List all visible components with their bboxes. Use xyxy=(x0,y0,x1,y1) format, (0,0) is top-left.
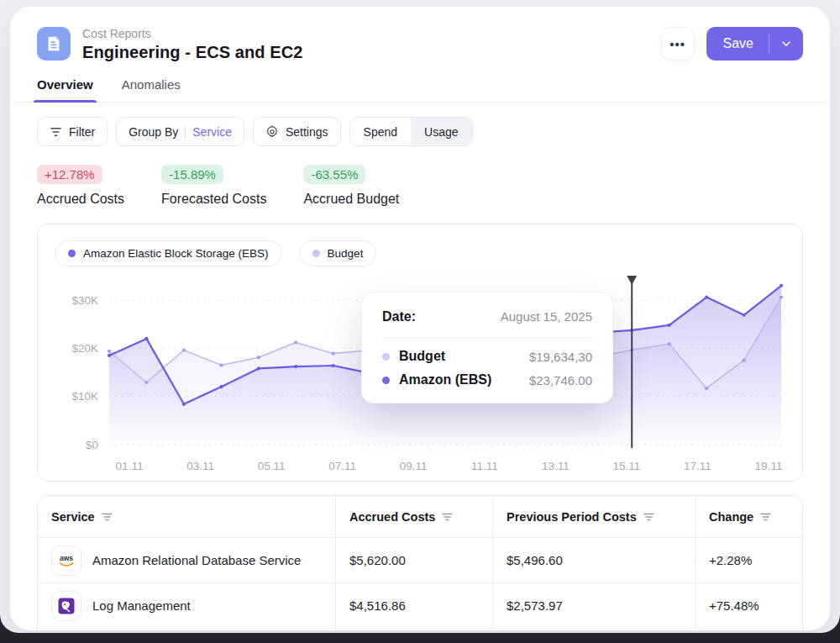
tooltip-series-name: Amazon (EBS) xyxy=(399,372,520,387)
chart-tooltip: Date: August 15, 2025 Budget $19,634,30 … xyxy=(361,292,613,403)
svg-text:01.11: 01.11 xyxy=(116,460,144,472)
segment-usage[interactable]: Usage xyxy=(411,118,471,145)
column-header-service[interactable]: Service xyxy=(38,496,335,537)
table-row[interactable]: Log Management $4,516.86 $2,573.97 +75.4… xyxy=(38,583,802,629)
previous-cost-cell: $5,496.60 xyxy=(492,538,695,582)
filter-button-label: Filter xyxy=(69,125,95,139)
save-button-label: Save xyxy=(706,36,769,51)
page-title: Engineering - ECS and EC2 xyxy=(82,43,661,62)
svg-text:17.11: 17.11 xyxy=(684,460,711,472)
kpi-change-badge: -63.55% xyxy=(303,165,365,184)
header: Cost Reports Engineering - ECS and EC2 •… xyxy=(10,7,830,62)
chevron-down-icon xyxy=(780,38,792,50)
kpi-accrued-budget: -63.55% Accrued Budget xyxy=(303,165,399,207)
save-button[interactable]: Save xyxy=(706,27,803,61)
svg-text:05.11: 05.11 xyxy=(258,460,286,472)
group-by-button[interactable]: Group By Service xyxy=(116,117,244,146)
tooltip-dot-ebs xyxy=(382,377,390,384)
previous-cost-cell: $2,573.97 xyxy=(492,583,695,628)
group-by-value: Service xyxy=(192,125,232,139)
tooltip-dot-budget xyxy=(382,353,390,361)
tab-bar: Overview Anomalies xyxy=(10,62,830,103)
segment-spend[interactable]: Spend xyxy=(350,118,411,145)
kpi-change-badge: +12.78% xyxy=(37,165,102,184)
log-management-icon xyxy=(51,591,81,621)
legend-item-ebs[interactable]: Amazon Elastic Block Storage (EBS) xyxy=(55,240,282,266)
tooltip-series-value: $23,746.00 xyxy=(529,373,592,387)
tooltip-date-value: August 15, 2025 xyxy=(501,309,592,324)
tooltip-series-name: Budget xyxy=(399,349,520,364)
kpi-row: +12.78% Accrued Costs -15.89% Forecasted… xyxy=(10,146,830,207)
legend-dot-budget xyxy=(312,250,320,257)
svg-text:15.11: 15.11 xyxy=(612,460,640,472)
legend-label: Budget xyxy=(328,247,364,260)
svg-text:$20K: $20K xyxy=(71,342,98,355)
sort-icon xyxy=(760,513,771,521)
filter-icon xyxy=(50,126,62,138)
kpi-label: Forecasted Costs xyxy=(161,192,266,207)
column-header-accrued-costs[interactable]: Accrued Costs xyxy=(335,496,492,537)
svg-text:$0: $0 xyxy=(86,439,98,451)
column-header-change[interactable]: Change xyxy=(695,496,802,537)
aws-icon: aws xyxy=(51,545,81,576)
service-name: Amazon Relational Database Service xyxy=(92,553,301,567)
column-header-previous-period[interactable]: Previous Period Costs xyxy=(492,496,695,537)
legend-dot-ebs xyxy=(68,250,76,257)
sort-icon xyxy=(643,513,654,521)
service-name: Log Management xyxy=(92,598,191,613)
svg-text:09.11: 09.11 xyxy=(400,460,428,472)
spend-usage-toggle: Spend Usage xyxy=(349,117,473,146)
gear-icon xyxy=(265,125,279,139)
tooltip-row-ebs: Amazon (EBS) $23,746.00 xyxy=(382,372,592,387)
table-row[interactable]: aws Amazon Relational Database Service $… xyxy=(38,538,802,583)
previous-cost-cell xyxy=(492,629,695,630)
settings-button[interactable]: Settings xyxy=(253,117,341,146)
svg-text:19.11: 19.11 xyxy=(755,460,783,472)
sort-icon xyxy=(102,513,113,521)
svg-text:$30K: $30K xyxy=(71,294,98,307)
report-document-icon xyxy=(37,27,71,61)
column-header-label: Service xyxy=(51,510,95,524)
tooltip-date-label: Date: xyxy=(382,309,416,324)
report-category-label: Cost Reports xyxy=(82,27,661,40)
chart-card: Amazon Elastic Block Storage (EBS) Budge… xyxy=(37,224,803,482)
kpi-change-badge: -15.89% xyxy=(161,165,223,184)
column-header-label: Previous Period Costs xyxy=(507,510,637,524)
svg-text:07.11: 07.11 xyxy=(328,460,356,472)
accrued-cost-cell: $5,620.00 xyxy=(335,538,492,582)
svg-text:13.11: 13.11 xyxy=(542,460,570,472)
chart-legend: Amazon Elastic Block Storage (EBS) Budge… xyxy=(55,240,785,266)
tooltip-divider xyxy=(382,337,592,338)
services-table: Service Accrued Costs Previous Period Co… xyxy=(37,495,803,630)
svg-text:03.11: 03.11 xyxy=(186,460,214,472)
tab-anomalies[interactable]: Anomalies xyxy=(122,77,181,102)
svg-text:11.11: 11.11 xyxy=(471,460,498,472)
service-cell xyxy=(38,629,335,630)
service-cell: aws Amazon Relational Database Service xyxy=(38,538,335,582)
table-row-partial[interactable] xyxy=(38,629,802,630)
svg-text:aws: aws xyxy=(60,554,73,562)
accrued-cost-cell xyxy=(335,629,492,630)
tooltip-row-budget: Budget $19,634,30 xyxy=(382,349,592,364)
toolbar: Filter Group By Service Settings Spend U… xyxy=(10,103,830,146)
svg-text:$10K: $10K xyxy=(71,390,98,403)
kpi-label: Accrued Budget xyxy=(303,192,399,207)
legend-item-budget[interactable]: Budget xyxy=(299,240,377,266)
kpi-accrued-costs: +12.78% Accrued Costs xyxy=(37,165,124,207)
cost-report-window: Cost Reports Engineering - ECS and EC2 •… xyxy=(10,7,830,630)
accrued-cost-cell: $4,516.86 xyxy=(335,583,492,628)
more-options-button[interactable]: ••• xyxy=(661,27,695,61)
change-cell xyxy=(695,629,802,630)
filter-button[interactable]: Filter xyxy=(37,117,108,146)
table-header-row: Service Accrued Costs Previous Period Co… xyxy=(38,496,802,538)
save-dropdown-button[interactable] xyxy=(769,38,803,50)
kpi-forecasted-costs: -15.89% Forecasted Costs xyxy=(161,165,266,207)
tab-overview[interactable]: Overview xyxy=(37,77,93,102)
settings-button-label: Settings xyxy=(286,125,328,139)
chart-plot-area[interactable]: $0$10K$20K$30K01.1103.1105.1107.1109.111… xyxy=(55,273,785,477)
column-header-label: Accrued Costs xyxy=(349,510,435,524)
legend-label: Amazon Elastic Block Storage (EBS) xyxy=(83,247,269,260)
column-header-label: Change xyxy=(709,510,753,524)
service-cell: Log Management xyxy=(38,583,335,628)
group-by-divider xyxy=(185,125,186,139)
